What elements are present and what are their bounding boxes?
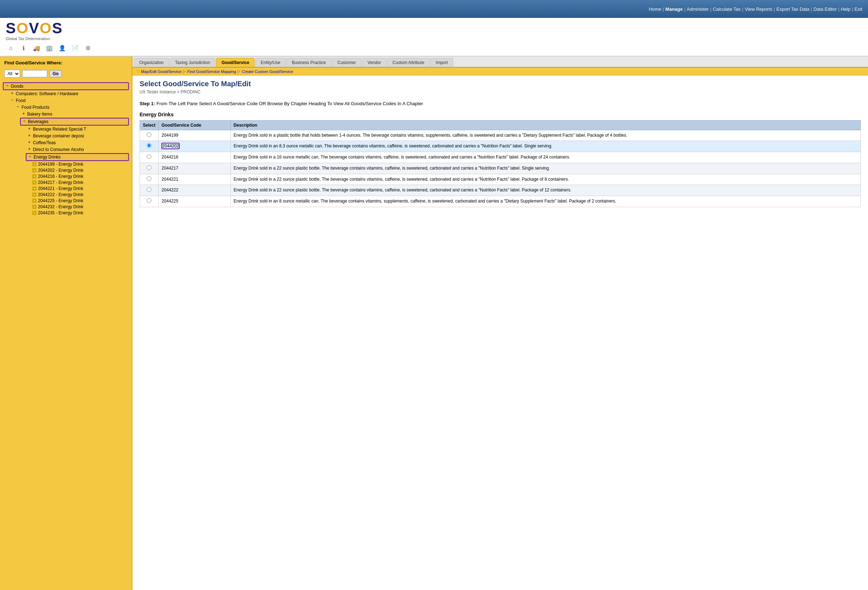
table-row: 2044202Energy Drink sold in an 8.3 ounce… <box>140 141 861 152</box>
toggle-bakery-items[interactable]: + <box>21 111 27 117</box>
tree-node-computers[interactable]: + Computers: Software / Hardware <box>3 90 129 97</box>
tab-import[interactable]: Import <box>430 58 453 67</box>
toggle-direct-consumer[interactable]: + <box>27 147 32 152</box>
radio-2044222[interactable] <box>147 187 151 192</box>
nav-data-editor[interactable]: Data Editor <box>813 6 837 12</box>
tree-node-goods[interactable]: − Goods <box>3 82 129 90</box>
toggle-beverages[interactable]: − <box>22 119 27 124</box>
radio-2044225[interactable] <box>147 198 151 203</box>
nav-export-tax-data[interactable]: Export Tax Data <box>776 6 809 12</box>
toggle-goods[interactable]: − <box>4 83 10 89</box>
tree-label-energy-drinks: Energy Drinks <box>34 155 61 159</box>
tree-node-food[interactable]: − Food <box>3 97 129 104</box>
radio-2044217[interactable] <box>147 165 151 170</box>
nav-manage[interactable]: Manage <box>666 6 683 12</box>
tab-vendor[interactable]: Vendor <box>362 58 387 67</box>
sidebar-header: Find Good/Service Where: <box>0 56 132 68</box>
nav-exit[interactable]: Exit <box>855 6 862 12</box>
toggle-food[interactable]: − <box>9 98 15 103</box>
tree-node-beverage-container[interactable]: + Beverage container deposi <box>3 133 129 139</box>
nav-view-reports[interactable]: View Reports <box>745 6 772 12</box>
header-row: SOVOS Global Tax Determination ⌂ ℹ 🚚 🏢 👤… <box>0 18 868 56</box>
tree-node-ed-2044216[interactable]: ▪ 2044216 - Energy Drink <box>3 174 129 179</box>
radio-2044199[interactable] <box>147 133 151 137</box>
tree-node-beverages[interactable]: − Beverages <box>3 118 129 125</box>
tree-label-2044199: 2044199 - Energy Drink <box>38 162 83 167</box>
tab-organization[interactable]: Organization <box>134 58 169 67</box>
code-cell-2044202: 2044202 <box>159 141 230 152</box>
home-icon[interactable]: ⌂ <box>6 43 16 53</box>
tree-node-ed-2044221[interactable]: ▪ 2044221 - Energy Drink <box>3 186 129 192</box>
radio-cell-2044221[interactable] <box>140 174 159 185</box>
tab-business-practice[interactable]: Business Practice <box>286 58 331 67</box>
nav-calculate-tax[interactable]: Calculate Tax <box>713 6 741 12</box>
radio-cell-2044217[interactable] <box>140 163 159 174</box>
tree-label-2044232: 2044232 - Energy Drink <box>38 204 83 209</box>
nav-home[interactable]: Home <box>649 6 661 12</box>
radio-2044202[interactable] <box>147 143 151 148</box>
tree-node-coffee-teas[interactable]: + Coffee/Teas <box>3 140 129 146</box>
tab-entity-use[interactable]: Entity/Use <box>255 58 286 67</box>
tree-label-beverages: Beverages <box>28 119 48 124</box>
table-row: 2044221Energy Drink sold in a 22 ounce p… <box>140 174 861 185</box>
tree-label-direct-consumer: Direct to Consumer Alcoho <box>33 147 84 152</box>
tree-label-2044217: 2044217 - Energy Drink <box>38 180 83 185</box>
tree-node-beverage-related[interactable]: + Beverage Related Special T <box>3 126 129 133</box>
tree-label-2044225: 2044225 - Energy Drink <box>38 198 83 203</box>
code-cell-2044222: 2044222 <box>159 185 230 196</box>
toggle-energy-drinks[interactable]: − <box>27 154 33 160</box>
toggle-beverage-container[interactable]: + <box>27 133 32 139</box>
tree-node-ed-2044202[interactable]: ▪ 2044202 - Energy Drink <box>3 167 129 173</box>
radio-cell-2044225[interactable] <box>140 196 159 207</box>
tree-node-energy-drinks[interactable]: − Energy Drinks <box>3 153 129 161</box>
breadcrumb-triangle: ▽ <box>137 69 140 74</box>
tab-customer[interactable]: Customer <box>332 58 362 67</box>
tab-custom-attribute[interactable]: Custom Attribute <box>387 58 430 67</box>
building-icon[interactable]: 🏢 <box>44 43 55 53</box>
tab-taxing-jurisdiction[interactable]: Taxing Jurisdiction <box>170 58 216 67</box>
toggle-computers[interactable]: + <box>9 91 15 97</box>
tree-label-coffee-teas: Coffee/Teas <box>33 140 56 145</box>
breadcrumb-create-custom[interactable]: Create Custom Good/Service <box>242 69 293 74</box>
description-cell-2044221: Energy Drink sold in a 22 ounce plastic … <box>230 174 861 185</box>
leaf-icon-2044216: ▪ <box>32 174 37 178</box>
tab-good-service[interactable]: Good/Service <box>216 58 254 67</box>
settings-icon[interactable]: ⚙ <box>83 43 93 53</box>
toggle-beverage-related[interactable]: + <box>27 126 32 132</box>
radio-cell-2044222[interactable] <box>140 185 159 196</box>
radio-cell-2044202[interactable] <box>140 141 159 152</box>
info-icon[interactable]: ℹ <box>19 43 29 53</box>
nav-help[interactable]: Help <box>841 6 850 12</box>
filter-go-button[interactable]: Go <box>49 70 62 77</box>
truck-icon[interactable]: 🚚 <box>31 43 41 53</box>
tree-node-ed-2044232[interactable]: ▪ 2044232 - Energy Drink <box>3 204 129 209</box>
tree-node-ed-2044217[interactable]: ▪ 2044217 - Energy Drink <box>3 180 129 185</box>
tree-node-direct-consumer[interactable]: + Direct to Consumer Alcoho <box>3 146 129 153</box>
leaf-icon-2044232: ▪ <box>32 205 37 209</box>
breadcrumb-find-mapping[interactable]: Find Good/Service Mapping <box>187 69 236 74</box>
tree-label-bakery-items: Bakery Items <box>27 112 52 117</box>
code-cell-2044225: 2044225 <box>159 196 230 207</box>
leaf-icon-2044221: ▪ <box>32 186 37 191</box>
tree-node-ed-2044235[interactable]: ▪ 2044235 - Energy Drink <box>3 210 129 216</box>
filter-select[interactable]: All <box>4 70 20 78</box>
tree-label-2044221: 2044221 - Energy Drink <box>38 186 83 191</box>
filter-input[interactable] <box>22 70 47 77</box>
breadcrumb-map-edit[interactable]: Map/Edit Good/Service <box>141 69 182 74</box>
radio-2044216[interactable] <box>147 154 151 159</box>
radio-cell-2044216[interactable] <box>140 152 159 163</box>
radio-cell-2044199[interactable] <box>140 130 159 141</box>
tree-node-ed-2044225[interactable]: ▪ 2044225 - Energy Drink <box>3 198 129 204</box>
tree-node-ed-2044222[interactable]: ▪ 2044222 - Energy Drink <box>3 192 129 198</box>
tree-node-ed-2044199[interactable]: ▪ 2044199 - Energy Drink <box>3 161 129 167</box>
toggle-food-products[interactable]: − <box>15 105 21 110</box>
person-icon[interactable]: 👤 <box>57 43 67 53</box>
tree-node-bakery-items[interactable]: + Bakery Items <box>3 111 129 117</box>
tree-node-food-products[interactable]: − Food Products <box>3 104 129 111</box>
radio-2044221[interactable] <box>147 176 151 181</box>
main-content: Select Good/Service To Map/Edit UX Teste… <box>133 75 868 590</box>
tree-label-food: Food <box>16 98 25 103</box>
document-icon[interactable]: 📄 <box>70 43 80 53</box>
nav-administer[interactable]: Administer <box>687 6 709 12</box>
toggle-coffee-teas[interactable]: + <box>27 140 32 146</box>
